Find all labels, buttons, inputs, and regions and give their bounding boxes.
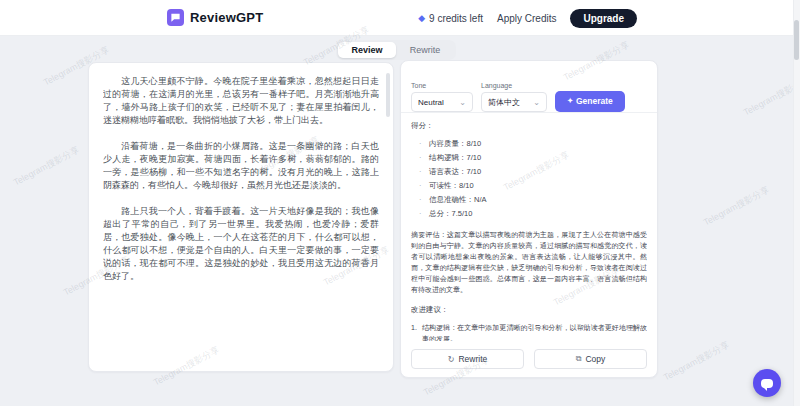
score-item: 可读性：8/10 — [411, 182, 647, 190]
editor-scrollbar[interactable] — [386, 73, 390, 117]
suggestions-heading: 改进建议： — [411, 305, 647, 315]
generation-controls: Tone Neutral ⌄ Language 简体中文 ⌄ ✦ Generat… — [401, 61, 657, 113]
score-list: 内容质量：8/10 结构逻辑：7/10 语言表达：7/10 可读性：8/10 信… — [411, 140, 647, 218]
watermark: Telegram搜影分享 — [661, 339, 732, 385]
review-output: 得分： 内容质量：8/10 结构逻辑：7/10 语言表达：7/10 可读性：8/… — [411, 121, 647, 341]
essay-textarea[interactable]: 这几天心里颇不宁静。今晚在院子里坐着乘凉，忽然想起日日走过的荷塘，在这满月的光里… — [103, 75, 379, 359]
credits-counter: ◆ 9 credits left — [418, 13, 483, 24]
copy-label: Copy — [585, 354, 605, 364]
chevron-down-icon: ⌄ — [459, 98, 466, 107]
rewrite-label: Rewrite — [458, 354, 487, 364]
tab-review[interactable]: Review — [338, 42, 396, 58]
chat-bubble-icon — [761, 379, 773, 388]
language-select[interactable]: 简体中文 ⌄ — [481, 92, 547, 112]
header-actions: ◆ 9 credits left Apply Credits Upgrade — [418, 0, 637, 36]
language-label: Language — [481, 82, 547, 89]
summary-paragraph: 摘要评估：这篇文章以描写夜晚的荷塘为主题，展现了主人公在荷塘中感受到的自由与宁静… — [411, 229, 647, 295]
generate-label: Generate — [576, 96, 613, 106]
credits-text: 9 credits left — [429, 13, 483, 24]
apply-credits-link[interactable]: Apply Credits — [497, 13, 556, 24]
gem-icon: ◆ — [418, 14, 425, 23]
scores-heading: 得分： — [411, 121, 647, 131]
watermark: Telegram搜影分享 — [11, 144, 82, 190]
tone-label: Tone — [411, 82, 473, 89]
app-logo-icon — [167, 9, 184, 26]
suggestion-item: 1.结构逻辑：在文章中添加更清晰的引导和分析，以帮助读者更好地理解故事的发展。 — [411, 322, 647, 341]
rewrite-button[interactable]: ↻ Rewrite — [411, 349, 524, 369]
suggestion-list: 1.结构逻辑：在文章中添加更清晰的引导和分析，以帮助读者更好地理解故事的发展。 … — [411, 322, 647, 341]
watermark: Telegram搜影分享 — [741, 74, 800, 120]
copy-button[interactable]: ⧉ Copy — [534, 349, 647, 369]
generate-button[interactable]: ✦ Generate — [555, 91, 625, 112]
essay-input-card[interactable]: 这几天心里颇不宁静。今晚在院子里坐着乘凉，忽然想起日日走过的荷塘，在这满月的光里… — [88, 62, 394, 372]
score-item: 总分：7.5/10 — [411, 210, 647, 218]
chevron-down-icon: ⌄ — [533, 98, 540, 107]
tone-field: Tone Neutral ⌄ — [411, 82, 473, 112]
app-title: ReviewGPT — [190, 10, 263, 25]
tone-value: Neutral — [418, 98, 444, 107]
essay-paragraph: 沿着荷塘，是一条曲折的小煤屑路。这是一条幽僻的路；白天也少人走，夜晚更加寂寞。荷… — [103, 140, 379, 192]
chat-widget-button[interactable] — [753, 369, 781, 397]
copy-icon: ⧉ — [576, 354, 582, 364]
score-item: 语言表达：7/10 — [411, 168, 647, 176]
result-actions: ↻ Rewrite ⧉ Copy — [411, 349, 647, 369]
tone-select[interactable]: Neutral ⌄ — [411, 92, 473, 112]
brand: ReviewGPT — [167, 9, 263, 26]
rewrite-icon: ↻ — [448, 355, 455, 364]
watermark: Telegram搜影分享 — [701, 184, 772, 230]
mode-tabs: Review Rewrite — [336, 40, 456, 60]
score-item: 内容质量：8/10 — [411, 140, 647, 148]
score-item: 信息准确性：N/A — [411, 196, 647, 204]
essay-paragraph: 路上只我一个人，背着手踱着。这一片天地好像是我的；我也像超出了平常的自己，到了另… — [103, 205, 379, 283]
upgrade-button[interactable]: Upgrade — [570, 9, 637, 28]
language-value: 简体中文 — [488, 97, 520, 108]
score-item: 结构逻辑：7/10 — [411, 154, 647, 162]
review-result-card: Tone Neutral ⌄ Language 简体中文 ⌄ ✦ Generat… — [400, 60, 658, 378]
page-scrollbar-thumb[interactable] — [794, 20, 799, 60]
page-scrollbar[interactable] — [793, 0, 800, 406]
tab-rewrite[interactable]: Rewrite — [396, 42, 454, 58]
essay-paragraph: 这几天心里颇不宁静。今晚在院子里坐着乘凉，忽然想起日日走过的荷塘，在这满月的光里… — [103, 75, 379, 127]
sparkle-icon: ✦ — [567, 97, 573, 105]
language-field: Language 简体中文 ⌄ — [481, 82, 547, 112]
top-navbar: ReviewGPT ◆ 9 credits left Apply Credits… — [0, 0, 800, 36]
